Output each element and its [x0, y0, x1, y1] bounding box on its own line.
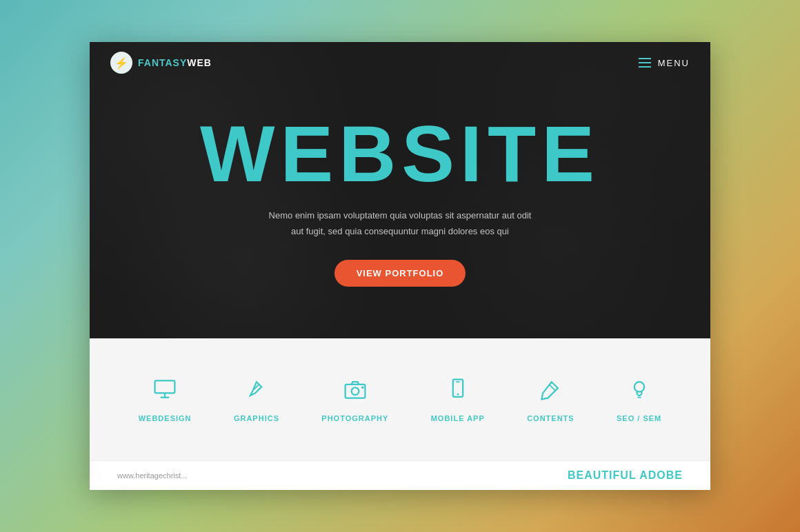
feature-webdesign[interactable]: WEBDESIGN: [139, 377, 192, 422]
url-text: www.heritagechrist...: [117, 471, 187, 480]
mobile-label: MOBILE APP: [431, 414, 485, 422]
edit-icon: [538, 377, 563, 407]
svg-point-5: [351, 387, 359, 395]
hero-content: WEBSITE Nemo enim ipsam voluptatem quia …: [90, 42, 710, 338]
graphics-label: GRAPHICS: [234, 414, 279, 422]
view-portfolio-button[interactable]: VIEW PORTFOLIO: [334, 260, 466, 287]
contents-label: CONTENTS: [527, 414, 574, 422]
feature-photography[interactable]: PHOTOGRAPHY: [321, 377, 388, 422]
bottom-title: BEAUTIFUL ADOBE: [568, 469, 683, 482]
bottom-strip: www.heritagechrist... BEAUTIFUL ADOBE: [90, 460, 710, 490]
feature-mobile[interactable]: MOBILE APP: [431, 377, 485, 422]
seo-label: SEO / SEM: [617, 414, 661, 422]
feature-graphics[interactable]: GRAPHICS: [234, 377, 279, 422]
hero-section: ⚡ FANTASYWEB MENU WEBSITE Nemo enim ipsa…: [90, 42, 710, 338]
hamburger-icon: [639, 58, 651, 68]
svg-point-9: [457, 393, 459, 395]
pen-icon: [244, 377, 269, 407]
logo-text: FANTASYWEB: [138, 57, 212, 68]
svg-point-11: [634, 382, 643, 391]
svg-point-6: [361, 386, 364, 389]
hero-title: WEBSITE: [200, 114, 600, 194]
logo-icon: ⚡: [110, 52, 132, 74]
monitor-icon: [152, 377, 177, 407]
browser-window: ⚡ FANTASYWEB MENU WEBSITE Nemo enim ipsa…: [90, 42, 710, 490]
webdesign-label: WEBDESIGN: [139, 414, 192, 422]
features-section: WEBDESIGN GRAPHICS PHOTOGRAPHY: [90, 338, 710, 460]
svg-rect-0: [155, 380, 175, 393]
feature-seo[interactable]: SEO / SEM: [617, 377, 661, 422]
menu-label: MENU: [658, 58, 690, 68]
navigation: ⚡ FANTASYWEB MENU: [90, 42, 710, 83]
camera-icon: [343, 377, 368, 407]
hero-subtitle: Nemo enim ipsam voluptatem quia voluptas…: [269, 207, 532, 240]
menu-button[interactable]: MENU: [639, 58, 690, 68]
logo[interactable]: ⚡ FANTASYWEB: [110, 52, 212, 74]
bulb-icon: [627, 377, 652, 407]
feature-contents[interactable]: CONTENTS: [527, 377, 574, 422]
photography-label: PHOTOGRAPHY: [321, 414, 388, 422]
mobile-icon: [446, 377, 470, 407]
